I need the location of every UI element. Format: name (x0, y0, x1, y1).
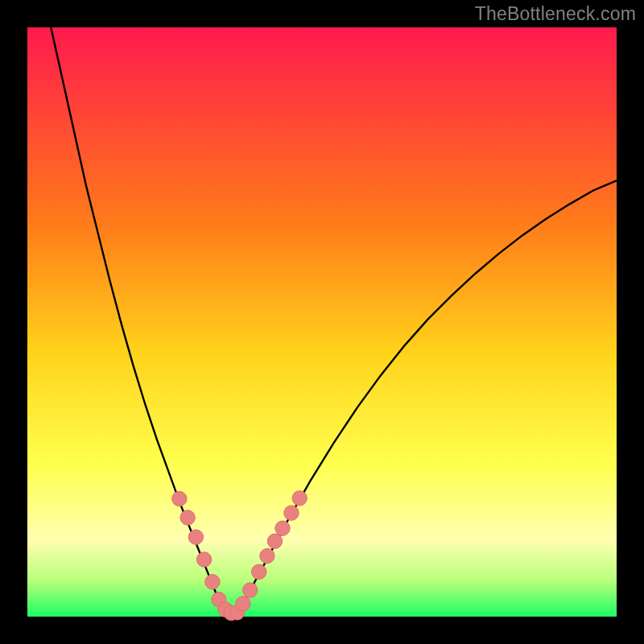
data-marker (236, 597, 250, 611)
data-marker (180, 510, 195, 525)
plot-svg (0, 0, 644, 644)
plot-background (27, 27, 617, 617)
data-marker (284, 506, 299, 520)
data-marker (243, 583, 258, 597)
data-marker (292, 491, 307, 506)
data-marker (275, 521, 290, 535)
data-marker (267, 534, 282, 548)
data-marker (172, 491, 187, 506)
watermark-text: TheBottleneck.com (475, 3, 636, 25)
data-marker (205, 575, 220, 589)
data-marker (188, 530, 203, 544)
data-marker (251, 564, 266, 579)
chart-container: { "watermark": "TheBottleneck.com", "col… (0, 0, 644, 644)
data-marker (260, 548, 275, 563)
data-marker (196, 552, 211, 567)
